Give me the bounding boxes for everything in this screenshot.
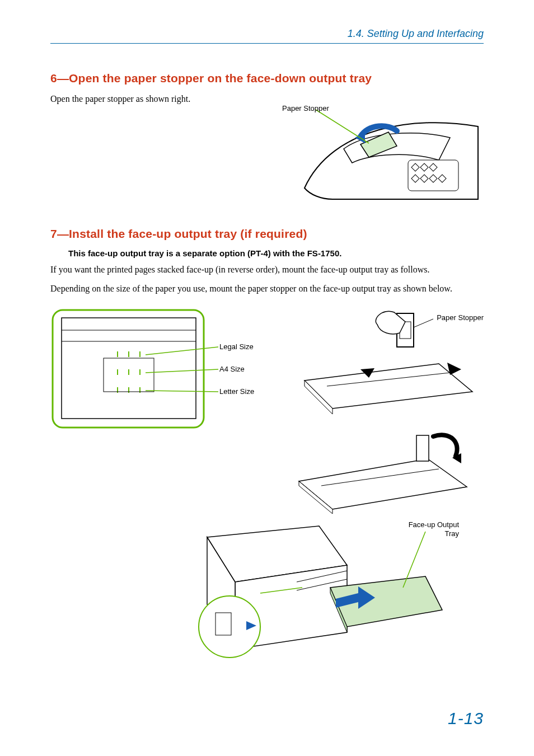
size-label-a4: A4 Size (219, 365, 245, 373)
step-6-heading: 6—Open the paper stopper on the face-dow… (50, 72, 484, 85)
page-number: 1-13 (448, 709, 484, 728)
svg-rect-38 (416, 435, 429, 461)
figure-printer-top: Paper Stopper (271, 93, 484, 205)
callout-paper-stopper-top: Paper Stopper (282, 104, 329, 112)
svg-rect-50 (216, 613, 231, 635)
svg-marker-27 (305, 364, 472, 408)
svg-line-9 (316, 110, 369, 143)
callout-faceup-tray-l2: Tray (444, 529, 459, 538)
figure-insert-stopper: Paper Stopper (293, 302, 484, 414)
svg-rect-11 (62, 318, 196, 419)
size-label-legal: Legal Size (219, 342, 254, 351)
running-header: 1.4. Setting Up and Interfacing (50, 28, 484, 44)
figure-tilt-tray (293, 425, 472, 515)
svg-marker-35 (299, 459, 467, 509)
figure-install-tray: Face-up Output Tray (162, 515, 453, 666)
step-7-body-2: Depending on the size of the paper you u… (50, 283, 484, 295)
callout-faceup-tray-l1: Face-up Output (409, 520, 459, 529)
callout-paper-stopper-insert: Paper Stopper (437, 313, 484, 322)
step-7-heading: 7—Install the face-up output tray (if re… (50, 227, 484, 241)
step-7-body-1: If you want the printed pages stacked fa… (50, 264, 484, 276)
svg-line-34 (414, 319, 433, 327)
step-6-body: Open the paper stopper as shown right. (50, 93, 254, 105)
size-label-letter: Letter Size (219, 387, 254, 396)
step-7-note: This face-up output tray is a separate o… (68, 248, 484, 258)
figure-tray-size-guide: Legal Size A4 Size Letter Size (50, 308, 218, 439)
